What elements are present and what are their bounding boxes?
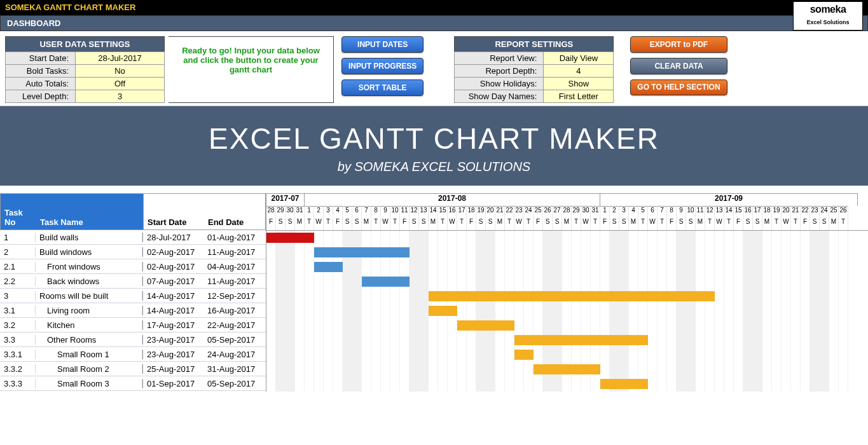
timeline-row xyxy=(266,318,868,333)
input-dates-button[interactable]: INPUT DATES xyxy=(341,36,424,53)
day-name: S xyxy=(343,218,352,230)
day-number: 25 xyxy=(829,206,839,218)
gantt-bar[interactable] xyxy=(362,277,410,287)
day-name: M xyxy=(762,218,772,230)
day-name: S xyxy=(419,218,429,230)
task-end-cell: 31-Aug-2017 xyxy=(203,364,265,374)
setting-value[interactable]: Off xyxy=(76,78,165,90)
setting-value[interactable]: 3 xyxy=(76,90,165,103)
task-name-cell: Build windows xyxy=(36,247,142,257)
day-number: 11 xyxy=(400,206,410,218)
task-end-cell: 16-Aug-2017 xyxy=(203,306,265,315)
setting-value[interactable]: First Letter xyxy=(544,90,614,103)
day-name: W xyxy=(381,218,390,230)
gantt-area: Task No Task Name Start Date End Date 1B… xyxy=(0,193,868,392)
task-row[interactable]: 1Build walls28-Jul-201701-Aug-2017 xyxy=(0,230,266,245)
gantt-bar[interactable] xyxy=(314,247,410,257)
day-number: 16 xyxy=(448,206,457,218)
day-number: 26 xyxy=(839,206,848,218)
task-name-cell: Small Room 1 xyxy=(36,350,142,359)
setting-value[interactable]: Show xyxy=(544,78,614,90)
timeline-row xyxy=(266,333,868,348)
setting-label: Level Depth: xyxy=(6,90,76,103)
day-number: 14 xyxy=(429,206,438,218)
day-number: 7 xyxy=(658,206,667,218)
task-row[interactable]: 2Build windows02-Aug-201711-Aug-2017 xyxy=(0,245,266,259)
day-number: 10 xyxy=(686,206,696,218)
day-name: T xyxy=(390,218,400,230)
task-end-cell: 11-Aug-2017 xyxy=(203,277,265,286)
setting-label: Start Date: xyxy=(6,52,76,65)
month-header: 2017-08 xyxy=(305,193,600,206)
setting-value[interactable]: No xyxy=(76,65,165,78)
timeline-row xyxy=(266,377,868,392)
input-progress-button[interactable]: INPUT PROGRESS xyxy=(341,58,424,74)
export-pdf-button[interactable]: EXPORT to PDF xyxy=(630,36,727,53)
day-name: T xyxy=(438,218,448,230)
day-number: 9 xyxy=(677,206,686,218)
day-name: M xyxy=(295,218,305,230)
day-name: F xyxy=(266,218,276,230)
task-row[interactable]: 3.2Kitchen17-Aug-201722-Aug-2017 xyxy=(0,318,266,332)
task-start-cell: 02-Aug-2017 xyxy=(142,247,203,257)
day-name: T xyxy=(791,218,801,230)
timeline-row xyxy=(266,304,868,318)
task-name-cell: Back windows xyxy=(36,277,142,286)
setting-value[interactable]: Daily View xyxy=(544,52,614,65)
logo-main: someka xyxy=(799,3,857,16)
task-row[interactable]: 3.3.1Small Room 123-Aug-201724-Aug-2017 xyxy=(0,347,266,362)
task-start-cell: 01-Sep-2017 xyxy=(142,379,203,388)
day-name: W xyxy=(514,218,524,230)
day-name: M xyxy=(495,218,505,230)
day-name: T xyxy=(724,218,734,230)
task-row[interactable]: 2.2Back windows07-Aug-201711-Aug-2017 xyxy=(0,274,266,289)
day-number: 4 xyxy=(333,206,343,218)
day-number: 1 xyxy=(305,206,314,218)
day-number: 22 xyxy=(505,206,514,218)
task-no-cell: 3.3 xyxy=(0,335,36,345)
help-section-button[interactable]: GO TO HELP SECTION xyxy=(630,79,727,95)
task-name-cell: Other Rooms xyxy=(36,335,142,345)
header-task-no: Task No xyxy=(1,205,36,229)
day-number: 2 xyxy=(610,206,619,218)
gantt-bar[interactable] xyxy=(314,262,343,272)
gantt-bar[interactable] xyxy=(457,320,514,331)
gantt-bar[interactable] xyxy=(266,233,314,243)
day-number: 30 xyxy=(581,206,591,218)
day-name: W xyxy=(581,218,591,230)
setting-value[interactable]: 4 xyxy=(544,65,614,78)
gantt-bar[interactable] xyxy=(429,306,457,316)
task-row[interactable]: 3.1Living room14-Aug-201716-Aug-2017 xyxy=(0,303,266,318)
day-name: T xyxy=(457,218,467,230)
day-name: S xyxy=(610,218,619,230)
day-number: 12 xyxy=(410,206,419,218)
task-name-cell: Kitchen xyxy=(36,320,142,330)
day-number: 21 xyxy=(495,206,505,218)
task-row[interactable]: 3.3Other Rooms23-Aug-201705-Sep-2017 xyxy=(0,332,266,347)
day-number: 13 xyxy=(715,206,724,218)
gantt-bar[interactable] xyxy=(514,335,648,345)
task-row[interactable]: 2.1Front windows02-Aug-201704-Aug-2017 xyxy=(0,259,266,274)
day-name: F xyxy=(801,218,810,230)
gantt-bar[interactable] xyxy=(429,291,715,301)
day-number: 25 xyxy=(534,206,543,218)
day-number: 22 xyxy=(801,206,810,218)
day-name: W xyxy=(448,218,457,230)
timeline-row xyxy=(266,231,868,245)
task-row[interactable]: 3Rooms will be built14-Aug-201712-Sep-20… xyxy=(0,289,266,303)
gantt-bar[interactable] xyxy=(514,350,534,360)
setting-label: Report View: xyxy=(455,52,544,65)
day-name: W xyxy=(782,218,791,230)
sort-table-button[interactable]: SORT TABLE xyxy=(341,79,424,96)
banner-title: EXCEL GANTT CHART MAKER xyxy=(0,121,868,156)
day-name: S xyxy=(686,218,696,230)
gantt-bar[interactable] xyxy=(600,379,648,389)
gantt-bar[interactable] xyxy=(534,364,600,374)
day-name: S xyxy=(276,218,286,230)
task-row[interactable]: 3.3.2Small Room 225-Aug-201731-Aug-2017 xyxy=(0,362,266,376)
setting-value[interactable]: 28-Jul-2017 xyxy=(76,52,165,65)
day-name: M xyxy=(696,218,705,230)
clear-data-button[interactable]: CLEAR DATA xyxy=(630,58,727,74)
logo-sub: Excel Solutions xyxy=(799,16,857,29)
task-row[interactable]: 3.3.3Small Room 301-Sep-201705-Sep-2017 xyxy=(0,376,266,391)
